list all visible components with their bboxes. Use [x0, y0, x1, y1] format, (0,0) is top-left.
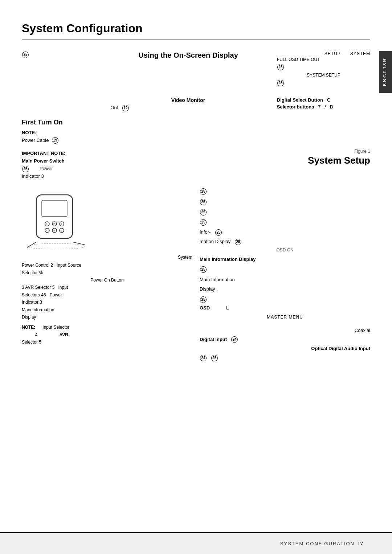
indicator-text: Indicator 3 — [22, 173, 189, 180]
osd-circle-row: 25 — [200, 295, 370, 303]
display-dot-row: Display . — [200, 285, 370, 293]
circle-25-power: 25 — [22, 166, 29, 172]
footer-label: SYSTEM CONFIGURATION — [280, 541, 355, 546]
osd-label: OSD — [200, 304, 210, 312]
footer-page-number: 17 — [358, 541, 363, 547]
main-info-note-row: Main Information — [200, 276, 370, 284]
svg-text:1: 1 — [46, 223, 48, 225]
circle-24-b: 24 — [200, 355, 207, 361]
middle-section: 1 2 3 4 5 6 System Power Control 2 Input… — [22, 188, 370, 362]
video-monitor-section: Video Monitor Out 12 Digital Select Butt… — [22, 97, 370, 111]
l-label: L — [226, 304, 229, 312]
circle-25-infor: 25 — [215, 229, 222, 236]
circle-25-r2: 25 — [200, 199, 207, 205]
top-center-panel: Using the On-Screen Display — [110, 51, 266, 86]
svg-text:5: 5 — [53, 229, 55, 232]
circle-12: 12 — [122, 105, 129, 111]
figure-label: Figure 1 — [203, 149, 370, 154]
svg-text:4: 4 — [46, 229, 48, 232]
main-info-row: Main Information — [22, 306, 192, 313]
power-control-row: Power Control 2 Input Source — [22, 262, 192, 269]
coaxial-label: Coaxial — [355, 328, 370, 333]
master-menu-label: MASTER MENU — [200, 313, 370, 321]
avr-selector-row: 3 AVR Selector 5 Input — [22, 284, 192, 291]
power-cable-text: Power Cable 19 — [22, 137, 370, 144]
system-setup-heading: System Setup — [203, 155, 370, 166]
num-7: 7 — [318, 104, 320, 110]
video-monitor-heading: Video Monitor — [110, 97, 266, 103]
important-note-label: IMPORTANT NOTE: — [22, 151, 189, 156]
information-display-row: Infor- 25 — [200, 228, 370, 236]
g-label: G — [327, 97, 331, 103]
out-label: Out — [110, 105, 118, 110]
circle-25-main: 25 — [200, 266, 207, 273]
digital-input-label: Digital Input — [200, 337, 227, 342]
full-osd-label: FULL OSD TIME OUT — [277, 57, 370, 62]
svg-rect-1 — [42, 200, 67, 217]
osd-system-label: SYSTEM — [350, 51, 370, 56]
coaxial-section: Coaxial Digital Input 24 Optical Digital… — [200, 327, 370, 362]
circle-19: 19 — [52, 137, 58, 144]
selector-pct-row: Selector % — [22, 269, 192, 276]
circle-25-osd1: 25 — [277, 64, 284, 70]
remote-illustration: 1 2 3 4 5 6 — [25, 191, 91, 249]
main-info-display-label: Main Information Display — [200, 255, 370, 263]
display-row: Display — [22, 313, 192, 321]
power-on-button-row: Power On Button — [22, 276, 192, 284]
input-selector-label: Input Selector — [42, 325, 69, 330]
circle-25-osd2: 25 — [277, 80, 284, 86]
osd-l-row: OSD L — [200, 304, 370, 312]
circle-25-mation: 25 — [235, 239, 241, 245]
circle-25-osd-r: 25 — [200, 296, 207, 303]
circle-25-top: 25 — [22, 52, 29, 58]
note-label-2: NOTE: — [22, 325, 35, 330]
first-turn-on-section: First Turn On NOTE: Power Cable 19 IMPOR… — [22, 119, 370, 180]
avr-label: AVR — [59, 332, 68, 337]
using-osd-heading: Using the On-Screen Display — [110, 51, 266, 59]
right-panel: 25 25 25 25 Infor- 25 mation Display 25 — [200, 188, 370, 362]
selector-5-row: Selector 5 — [22, 338, 192, 346]
num-4-label: 4 — [35, 332, 38, 337]
osd-setup-label: SETUP — [324, 51, 341, 56]
note-label-1: NOTE: — [22, 130, 370, 135]
main-power-switch-text: Main Power Switch — [22, 157, 189, 165]
top-section: 25 Using the On-Screen Display SETUP SYS… — [22, 51, 370, 86]
svg-text:3: 3 — [61, 223, 62, 225]
d-label: D — [330, 104, 333, 110]
circle-24: 24 — [231, 336, 238, 343]
selector-buttons-label: Selector buttons — [277, 104, 314, 110]
svg-text:6: 6 — [61, 229, 62, 232]
slash-label: / — [324, 104, 326, 110]
mation-display-row: mation Display 25 — [200, 238, 370, 246]
first-turn-on-heading: First Turn On — [22, 119, 370, 126]
circle-25-r1: 25 — [200, 188, 207, 195]
page-title: System Configuration — [22, 22, 370, 40]
top-left-panel: 25 — [22, 51, 99, 86]
circle-25-r4: 25 — [200, 219, 207, 226]
circle-25-r3: 25 — [200, 209, 207, 216]
footer-bar: SYSTEM CONFIGURATION 17 — [0, 532, 392, 554]
selectors-row: Selectors 46 Power — [22, 291, 192, 299]
power-indicator-row: 25 Power — [22, 165, 189, 173]
digital-select-label: Digital Select Button — [277, 97, 323, 103]
system-label: System — [178, 255, 192, 260]
infor-label: Infor- — [200, 228, 211, 236]
osd-on-label: OSD ON — [200, 246, 370, 254]
svg-text:2: 2 — [53, 223, 55, 225]
svg-line-15 — [73, 242, 85, 245]
circle-25-b2: 25 — [211, 355, 218, 361]
top-right-panel: SETUP SYSTEM FULL OSD TIME OUT 25 SYSTEM… — [277, 51, 370, 86]
system-setup-osd-label: SYSTEM SETUP — [277, 73, 370, 78]
svg-point-16 — [27, 243, 85, 249]
diagram-panel: 1 2 3 4 5 6 System Power Control 2 Input… — [22, 188, 192, 362]
optical-label: Optical Digital Audio Input — [311, 346, 370, 351]
legend-text: System Power Control 2 Input Source Sele… — [22, 254, 192, 346]
language-tab: ENGLISH — [379, 51, 392, 93]
indicator-row: Indicator 3 — [22, 299, 192, 306]
